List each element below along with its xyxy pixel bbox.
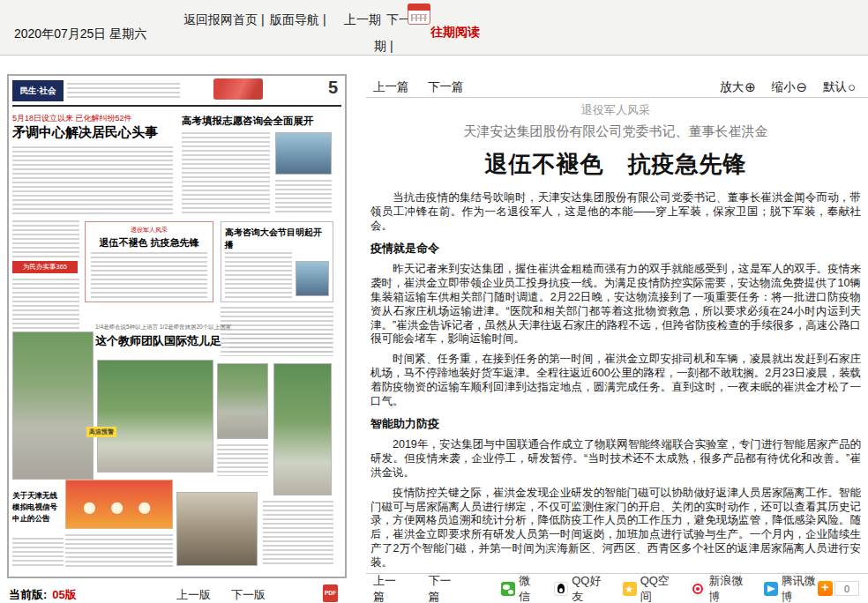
tencent-weibo-icon <box>764 582 778 596</box>
share-wechat-label: 微信 <box>519 573 535 603</box>
article-paragraph: 昨天记者来到安达集团，握住崔洪金粗糙而强有力的双手就能感受到，这是军人的双手。疫… <box>370 263 861 346</box>
article-body: 当抗击疫情的集结号吹响时，天津安达集团股份有限公司党委书记、董事长崔洪金闻令而动… <box>370 191 861 571</box>
page-thumbnail-inner: 民生·社会 5 5月18日设立以来 已化解纠纷52件 矛调中心解决居民心头事 高… <box>9 76 345 577</box>
share-sina-weibo-label: 新浪微博 <box>708 573 745 603</box>
article-title: 退伍不褪色 抗疫急先锋 <box>370 149 861 180</box>
article-paragraph: 2019年，安达集团与中国联通合作成立了物联网智能终端联合实验室，专门进行智能居… <box>370 438 861 480</box>
text-lines-placeholder <box>182 132 270 215</box>
thumb-teacher-headline: 这个教师团队国际范儿足 <box>95 333 221 349</box>
share-plus-icon[interactable] <box>818 581 833 596</box>
prev-article-link-top[interactable]: 上一篇 <box>373 79 409 95</box>
article-kicker: 退役军人风采 <box>370 102 861 118</box>
nav-home-link[interactable]: 返回报网首页 | <box>183 12 265 28</box>
zoom-out-button[interactable]: 缩小⊖ <box>772 80 808 93</box>
zoom-default-icon: ○ <box>848 79 856 94</box>
article-section-heading: 智能助力防疫 <box>370 416 861 432</box>
sina-weibo-icon <box>691 582 705 596</box>
text-lines-placeholder <box>275 180 332 215</box>
zoom-default-button[interactable]: 默认○ <box>823 80 856 93</box>
text-lines-placeholder <box>12 538 64 568</box>
thumb-photo-bottom <box>176 492 258 566</box>
share-qq-label: QQ好友 <box>572 573 604 603</box>
text-lines-placeholder <box>91 252 207 298</box>
thumb-photo-center <box>97 360 213 473</box>
issue-date: 2020年07月25日 星期六 <box>14 26 146 42</box>
article-paragraph: 疫情防控关键之际，崔洪金发现企业研发的智能门磁可以协助做好返津人员居家隔离工作。… <box>370 487 861 570</box>
thumb-section-label: 民生·社会 <box>12 80 64 101</box>
thumb-photo-street <box>12 331 94 480</box>
nav-layout-link[interactable]: 版面导航 | <box>270 12 326 28</box>
thumb-notice: 关于天津无线模拟电视信号中止的公告 <box>12 490 64 524</box>
current-page-label: 当前版:05版 <box>9 587 77 603</box>
thumb-right-box: 高考咨询大会节目明起开播 <box>221 221 333 302</box>
article-subtitle: 天津安达集团股份有限公司党委书记、董事长崔洪金 <box>370 123 861 140</box>
thumb-headline-main: 矛调中心解决居民心头事 <box>12 124 176 141</box>
article-view: 退役军人风采 天津安达集团股份有限公司党委书记、董事长崔洪金 退伍不褪色 抗疫急… <box>370 99 861 571</box>
thumb-heat-label: 高温预警 <box>86 427 116 437</box>
share-more-widget: 0 <box>818 581 859 596</box>
next-article-link-bottom[interactable]: 下一篇 <box>428 573 458 603</box>
current-page-caption: 当前版: <box>9 588 47 601</box>
share-qzone-button[interactable]: QQ空间 <box>623 573 673 603</box>
page-thumbnail[interactable]: 民生·社会 5 5月18日设立以来 已化解纠纷52件 矛调中心解决居民心头事 高… <box>7 74 347 578</box>
share-qq-button[interactable]: QQ好友 <box>554 573 604 603</box>
article-paragraph: 当抗击疫情的集结号吹响时，天津安达集团股份有限公司党委书记、董事长崔洪金闻令而动… <box>370 191 861 233</box>
zoom-controls: 放大⊕ 缩小⊖ 默认○ <box>707 79 856 95</box>
prev-article-link-bottom[interactable]: 上一篇 <box>373 573 403 603</box>
thumb-photo-right <box>273 363 332 495</box>
thumb-article-box: 退役军人风采 退伍不褪色 抗疫急先锋 <box>85 221 213 302</box>
thumb-masthead-logo <box>213 78 263 100</box>
text-lines-placeholder <box>263 501 333 566</box>
qq-icon <box>554 582 568 596</box>
qzone-icon <box>623 582 637 596</box>
share-tencent-weibo-label: 腾讯微博 <box>782 573 818 603</box>
thumb-box-kicker: 退役军人风采 <box>86 226 213 234</box>
next-article-link-top[interactable]: 下一篇 <box>428 79 464 95</box>
text-lines-placeholder <box>65 534 173 568</box>
zoom-in-icon: ⊕ <box>745 79 756 94</box>
page-pager: 当前版:05版 上一版 下一版 PDF <box>0 584 362 603</box>
share-bar: 上一篇 下一篇 微信 QQ好友 QQ空间 新浪微博 腾讯微博 <box>366 573 868 603</box>
newspaper-reader-app: 2020年07月25日 星期六 返回报网首页 | 版面导航 | 上一期 下一 往… <box>0 0 868 603</box>
prev-page-link[interactable]: 上一版 <box>176 587 211 603</box>
calendar-icon[interactable] <box>408 4 430 25</box>
thumb-headline-right: 高考填报志愿咨询会全面展开 <box>182 115 333 128</box>
text-lines-placeholder <box>229 333 332 354</box>
top-navigation-bar: 2020年07月25日 星期六 返回报网首页 | 版面导航 | 上一期 下一 往… <box>0 0 868 56</box>
zoom-default-label: 默认 <box>823 80 847 93</box>
thumb-header-rule <box>12 105 341 107</box>
article-section-heading: 疫情就是命令 <box>370 241 861 257</box>
thumb-photo-small <box>296 261 329 296</box>
share-sina-weibo-button[interactable]: 新浪微博 <box>691 573 745 603</box>
wechat-icon <box>501 582 515 596</box>
zoom-out-label: 缩小 <box>772 80 796 93</box>
pdf-icon[interactable]: PDF <box>323 584 338 602</box>
article-paragraph: 时间紧、任务重，在接到任务的第一时间，崔洪金立即安排司机和车辆，凌晨就出发赶到石… <box>370 353 861 408</box>
zoom-in-button[interactable]: 放大⊕ <box>720 80 756 93</box>
share-links: 微信 QQ好友 QQ空间 新浪微博 腾讯微博 <box>501 573 818 603</box>
article-toolbar: 上一篇 下一篇 放大⊕ 缩小⊖ 默认○ <box>366 78 868 98</box>
share-count: 0 <box>834 581 859 596</box>
thumb-photo-mid <box>217 363 268 439</box>
share-wechat-button[interactable]: 微信 <box>501 573 535 603</box>
nav-archive-link[interactable]: 往期阅读 <box>430 25 480 41</box>
thumb-box-headline: 退伍不褪色 抗疫急先锋 <box>86 236 213 249</box>
thumb-teacher-kicker: 1/4老师会说5种以上语言 1/2老师曾旅居20个以上国家 <box>95 324 328 331</box>
next-page-link[interactable]: 下一版 <box>231 587 266 603</box>
thumb-ad-block <box>65 480 173 529</box>
text-lines-placeholder <box>217 444 268 476</box>
nav-prev-issue-link[interactable]: 上一期 <box>344 12 381 28</box>
share-qzone-label: QQ空间 <box>640 573 673 603</box>
text-lines-placeholder <box>67 83 180 99</box>
share-tencent-weibo-button[interactable]: 腾讯微博 <box>764 573 818 603</box>
current-page-value: 05版 <box>52 588 76 601</box>
thumb-box-right-headline: 高考咨询大会节目明起开播 <box>225 227 329 251</box>
thumb-page-number: 5 <box>328 78 338 98</box>
thumb-badge: 为民办实事365 <box>12 261 78 273</box>
nav-next-issue-wrapped[interactable]: 期 | <box>374 39 393 55</box>
thumb-photo-small <box>275 132 332 175</box>
text-lines-placeholder <box>12 220 79 257</box>
zoom-out-icon: ⊖ <box>797 79 808 94</box>
text-lines-placeholder <box>12 146 173 215</box>
text-lines-placeholder <box>225 252 292 298</box>
